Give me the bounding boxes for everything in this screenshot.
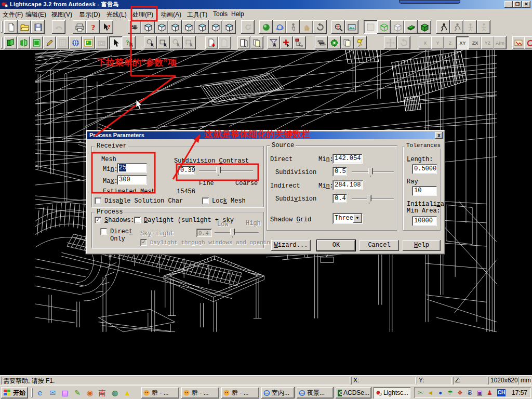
quicklaunch-outlook-icon[interactable]: ✉ bbox=[48, 388, 57, 397]
ok-button[interactable]: OK bbox=[317, 240, 355, 251]
context-help-button[interactable]: ? bbox=[100, 20, 113, 34]
shadow-grid-combo[interactable]: Three ▼ bbox=[332, 213, 363, 224]
mesh-max-field[interactable]: 300 bbox=[117, 175, 147, 185]
select-pointer-button[interactable] bbox=[109, 36, 122, 49]
display-shaded-button[interactable] bbox=[391, 20, 404, 34]
deselect-rect-button[interactable] bbox=[183, 36, 196, 49]
zoom-window-button[interactable] bbox=[331, 20, 345, 34]
walk-person-2-button[interactable] bbox=[450, 20, 463, 34]
grid-snap-button[interactable] bbox=[56, 36, 69, 49]
taskbar-button-4[interactable]: 室内... bbox=[261, 387, 295, 398]
cancel-button[interactable]: Cancel bbox=[360, 240, 399, 251]
quicklaunch-nan-icon[interactable]: 南 bbox=[98, 388, 107, 397]
camera-button[interactable] bbox=[95, 36, 108, 49]
menu-6[interactable]: 处理(P) bbox=[132, 10, 153, 19]
menu-4[interactable]: 显示(D) bbox=[79, 10, 100, 19]
mesh-min-field[interactable]: 25 bbox=[117, 163, 147, 173]
subdivision-contrast-field[interactable]: 0.39 bbox=[178, 166, 195, 175]
toolbar-grip[interactable] bbox=[1, 37, 3, 49]
tray-umbrella-icon[interactable]: ☂ bbox=[446, 389, 455, 397]
dialog-close-button[interactable]: x bbox=[435, 132, 443, 139]
open-button[interactable] bbox=[18, 20, 31, 34]
source-indirect-min-field[interactable]: 284.108 bbox=[332, 180, 363, 190]
daylight-globe-button[interactable] bbox=[69, 36, 82, 49]
rotate-axis-button[interactable] bbox=[397, 36, 410, 49]
copy-pages-button[interactable] bbox=[250, 36, 263, 49]
quicklaunch-ie-icon[interactable]: e bbox=[35, 388, 45, 397]
move-axis-button[interactable] bbox=[384, 36, 397, 49]
view-camera-button[interactable] bbox=[128, 20, 141, 34]
orbit-sphere-button[interactable] bbox=[259, 20, 273, 34]
axis-z-button[interactable]: Z bbox=[444, 36, 457, 49]
taskbar-button-5[interactable]: 夜景... bbox=[297, 387, 334, 398]
ray-field[interactable]: 10 bbox=[412, 186, 437, 196]
walk-person-4-button[interactable] bbox=[477, 20, 490, 34]
menu-10[interactable]: Help bbox=[231, 10, 244, 18]
view-iso-3-button[interactable] bbox=[168, 20, 182, 34]
display-hidden-line-button[interactable] bbox=[377, 20, 391, 34]
tray-display-icon[interactable]: ▣ bbox=[475, 389, 484, 397]
deselect-circle-button[interactable] bbox=[170, 36, 183, 49]
close-button[interactable]: ✕ bbox=[522, 1, 530, 8]
contrast-slider-track[interactable] bbox=[199, 170, 253, 171]
save-button[interactable] bbox=[31, 20, 45, 34]
shadow-grid-dropdown-button[interactable]: ▼ bbox=[353, 214, 362, 223]
menu-9[interactable]: Tools bbox=[213, 10, 228, 18]
axis-zx-button[interactable]: ZX bbox=[469, 36, 482, 49]
draw-line-button[interactable] bbox=[43, 36, 56, 49]
input-method-indicator[interactable]: CH bbox=[497, 389, 506, 396]
new-layer-button[interactable] bbox=[205, 36, 218, 49]
quicklaunch-winrar-icon[interactable]: ▤ bbox=[60, 388, 70, 397]
length-field[interactable]: 0.5000 bbox=[412, 164, 437, 174]
view-iso-5-button[interactable] bbox=[195, 20, 209, 34]
source-subdivision2-field[interactable]: 0.4 bbox=[332, 194, 347, 203]
query-button[interactable]: ? bbox=[123, 36, 136, 49]
help-topics-button[interactable]: ? bbox=[86, 20, 100, 34]
restore-button[interactable]: ❐ bbox=[513, 1, 522, 8]
open-window-button[interactable] bbox=[30, 36, 43, 49]
quicklaunch-media-icon[interactable]: ◉ bbox=[85, 388, 95, 397]
layer-copy-button[interactable] bbox=[218, 36, 231, 49]
menu-8[interactable]: 工具(T) bbox=[187, 10, 207, 19]
axis-y-button[interactable]: Y bbox=[431, 36, 444, 49]
taskbar-button-7[interactable]: Lightsc... bbox=[374, 387, 410, 398]
subdivision2-slider-track[interactable] bbox=[352, 198, 394, 200]
axis-x-button[interactable]: X bbox=[419, 36, 432, 49]
refresh-button[interactable] bbox=[241, 20, 255, 34]
lock-mesh-checkbox[interactable] bbox=[202, 197, 209, 204]
axis-yz-button[interactable]: YZ bbox=[481, 36, 494, 49]
menu-1[interactable]: 文件(F) bbox=[3, 10, 23, 19]
scene-tree-button[interactable] bbox=[293, 36, 306, 49]
wizard-button[interactable]: Wizard... bbox=[271, 240, 311, 251]
disable-solution-checkbox[interactable] bbox=[95, 197, 101, 204]
pages-button[interactable] bbox=[341, 36, 354, 49]
tray-shield-icon[interactable]: ❖ bbox=[456, 389, 464, 397]
dialog-title-bar[interactable]: Process Parameters x bbox=[87, 131, 444, 139]
display-wireframe-button[interactable] bbox=[364, 20, 377, 34]
lamp-button[interactable] bbox=[354, 36, 367, 49]
walk-person-1-button[interactable] bbox=[436, 20, 450, 34]
tray-qq-penguin-icon[interactable]: ♟ bbox=[485, 389, 494, 397]
walk-person-3-button[interactable] bbox=[463, 20, 477, 34]
view-iso-6-button[interactable] bbox=[209, 20, 222, 34]
toolbar-grip[interactable] bbox=[1, 21, 3, 33]
new-button[interactable] bbox=[4, 20, 18, 34]
background-image-button[interactable] bbox=[82, 36, 95, 49]
tray-scanner-icon[interactable]: ✂ bbox=[416, 389, 425, 397]
orbit-button[interactable] bbox=[273, 20, 286, 34]
select-rect-button[interactable] bbox=[157, 36, 170, 49]
taskbar-button-6[interactable]: ACDSe... bbox=[336, 387, 371, 398]
quicklaunch-editor-icon[interactable]: ✎ bbox=[73, 388, 82, 397]
init-min-area-field[interactable]: 10000 bbox=[412, 216, 437, 226]
axis-aim-button[interactable]: Aim bbox=[494, 36, 507, 49]
menu-7[interactable]: 动画(A) bbox=[161, 10, 181, 19]
target-green-button[interactable] bbox=[328, 36, 341, 49]
filter-button[interactable] bbox=[267, 36, 280, 49]
axis-xy-button[interactable]: XY bbox=[456, 36, 469, 49]
shadows-checkbox[interactable]: ✓ bbox=[95, 217, 101, 223]
tray-volume-icon[interactable]: ◄ bbox=[426, 389, 435, 397]
quicklaunch-warn-icon[interactable]: ▲ bbox=[123, 388, 132, 397]
view-iso-4-button[interactable] bbox=[182, 20, 195, 34]
menu-5[interactable]: 光线(L) bbox=[107, 10, 127, 19]
taskbar-grip[interactable] bbox=[31, 388, 33, 397]
